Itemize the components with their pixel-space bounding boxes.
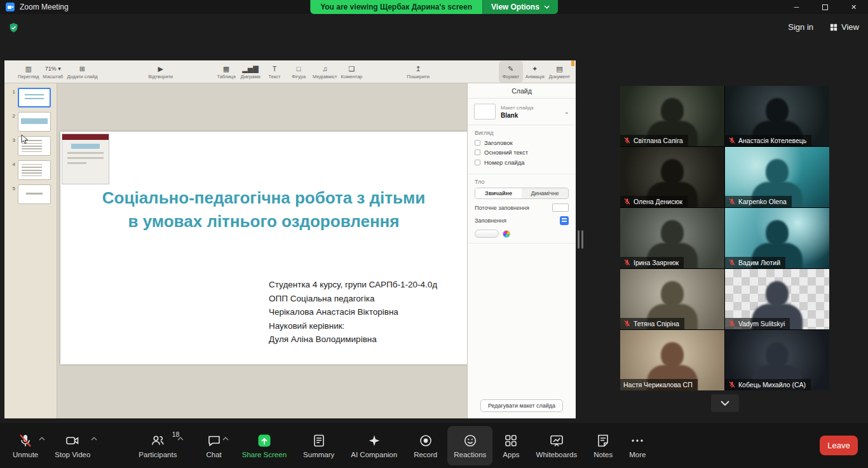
slide-thumbnail-2[interactable] bbox=[18, 112, 51, 132]
stop-video-button[interactable]: Stop Video bbox=[48, 426, 97, 465]
reactions-button[interactable]: Reactions bbox=[447, 426, 492, 465]
slide-layout-selector[interactable]: Макет слайда Blank ⌄ bbox=[468, 99, 576, 125]
checkbox[interactable] bbox=[475, 140, 480, 146]
checkbox[interactable] bbox=[475, 160, 480, 165]
sign-in-button[interactable]: Sign in bbox=[788, 22, 813, 32]
ptool-label: Перегляд bbox=[18, 74, 39, 79]
ptool-label: Формат bbox=[502, 74, 519, 79]
chevron-up-icon[interactable] bbox=[39, 432, 45, 443]
more-button[interactable]: More bbox=[623, 426, 652, 465]
section-title: Вигляд bbox=[475, 130, 569, 136]
slide-number: 1 bbox=[10, 89, 15, 95]
ptool-label: Відтворити bbox=[149, 74, 173, 79]
current-fill-label: Поточне заповнення bbox=[475, 205, 529, 211]
chat-button[interactable]: Chat bbox=[200, 426, 227, 465]
chevron-down-icon: ⌄ bbox=[564, 108, 569, 115]
chart-button[interactable]: ▂▅▇ Діаграма bbox=[238, 61, 262, 83]
screen-viewing-banner: You are viewing Щербак Дарина's screen V… bbox=[310, 0, 558, 14]
participant-tile[interactable]: Тетяна Спіріна bbox=[620, 269, 724, 329]
mic-muted-icon bbox=[623, 137, 631, 144]
maximize-button[interactable] bbox=[811, 0, 839, 14]
encryption-shield-icon[interactable] bbox=[8, 22, 19, 36]
summary-button[interactable]: Summary bbox=[297, 426, 341, 465]
slide-number: 5 bbox=[10, 186, 15, 191]
grid-view-icon bbox=[830, 24, 837, 31]
participant-name-tag: Анастасія Котелевець bbox=[725, 135, 811, 146]
tab-standard[interactable]: Звичайне bbox=[475, 188, 522, 198]
mic-muted-icon bbox=[623, 198, 631, 205]
edit-layout-button[interactable]: Редагувати макет слайда bbox=[480, 399, 563, 412]
participant-tile[interactable]: Ірина Заярнюк bbox=[620, 208, 724, 268]
meeting-control-bar: Unmute Stop Video 18 Participants Chat bbox=[0, 423, 868, 468]
chevron-up-icon[interactable] bbox=[177, 432, 184, 443]
share-screen-button[interactable]: Share Screen bbox=[236, 426, 293, 465]
view-menu-button[interactable]: ▥ Перегляд bbox=[16, 61, 41, 83]
participant-tile[interactable]: Karpenko Olena bbox=[725, 147, 829, 207]
participant-gallery: Світлана Сапіга Анастасія Котелевець Оле… bbox=[620, 86, 829, 390]
unmute-button[interactable]: Unmute bbox=[6, 426, 44, 465]
current-slide[interactable]: Соціально-педагогічна робота з дітьми в … bbox=[60, 132, 467, 364]
panel-resize-handle[interactable] bbox=[578, 230, 583, 249]
slide-thumbnail-4[interactable] bbox=[18, 160, 51, 180]
leave-button[interactable]: Leave bbox=[820, 436, 858, 455]
color-picker-icon[interactable] bbox=[503, 230, 510, 238]
participant-tile[interactable]: Анастасія Котелевець bbox=[725, 86, 829, 146]
table-button[interactable]: ▦ Таблиця bbox=[214, 61, 238, 83]
ai-companion-button[interactable]: AI Companion bbox=[344, 426, 403, 465]
participant-tile[interactable]: Олена Денисюк bbox=[620, 147, 724, 207]
smiley-icon bbox=[463, 432, 478, 449]
ptool-label: Коментар bbox=[341, 74, 363, 79]
slide-number-checkbox-row[interactable]: Номер слайда bbox=[475, 159, 569, 166]
media-button[interactable]: ♫ Медіавміст bbox=[311, 61, 339, 83]
participant-tile[interactable]: Світлана Сапіга bbox=[620, 86, 724, 146]
mic-muted-icon bbox=[728, 137, 736, 144]
zoom-meeting-window: Zoom Meeting You are viewing Щербак Дари… bbox=[0, 0, 868, 468]
participants-button[interactable]: 18 Participants bbox=[132, 426, 183, 465]
participant-name: Вадим Лютий bbox=[738, 259, 780, 266]
add-slide-button[interactable]: ⊞ Додати слайд bbox=[65, 61, 99, 83]
minimize-button[interactable]: ─ bbox=[782, 0, 811, 14]
zoom-level-button[interactable]: 71% ▾ Масштаб bbox=[41, 61, 65, 83]
color-well[interactable] bbox=[475, 230, 499, 238]
animate-button[interactable]: ✦ Анімація bbox=[523, 61, 547, 83]
slide-thumbnail-5[interactable] bbox=[18, 184, 51, 204]
view-layout-button[interactable]: View bbox=[830, 22, 859, 32]
participant-name: Олена Денисюк bbox=[634, 198, 682, 205]
whiteboards-button[interactable]: Whiteboards bbox=[530, 426, 584, 465]
button-label: More bbox=[629, 451, 646, 458]
notes-button[interactable]: Notes bbox=[587, 426, 619, 465]
participant-tile[interactable]: Vadym Sulitskyi bbox=[725, 269, 829, 329]
participant-name-tag: Кобець Михайло (СА) bbox=[725, 379, 811, 390]
checkbox[interactable] bbox=[475, 149, 480, 155]
comment-button[interactable]: ❏ Коментар bbox=[339, 61, 365, 83]
share-button[interactable]: ↥ Поширити bbox=[405, 61, 431, 83]
participant-tile[interactable]: Вадим Лютий bbox=[725, 208, 829, 268]
gallery-collapse-button[interactable] bbox=[711, 394, 739, 412]
fill-type-dropdown[interactable] bbox=[560, 216, 569, 225]
apps-button[interactable]: Apps bbox=[496, 426, 526, 465]
chevron-down-icon bbox=[544, 5, 550, 9]
close-button[interactable]: ✕ bbox=[839, 0, 868, 14]
current-fill-swatch[interactable] bbox=[552, 203, 569, 212]
ptool-label: Текст bbox=[269, 74, 281, 79]
text-button[interactable]: T Текст bbox=[262, 61, 287, 83]
button-label: Summary bbox=[303, 451, 334, 458]
ai-sparkle-icon bbox=[367, 432, 382, 449]
view-options-button[interactable]: View Options bbox=[482, 0, 558, 14]
fill-row: Заповнення bbox=[475, 216, 569, 225]
title-checkbox-row[interactable]: Заголовок bbox=[475, 139, 569, 146]
slide-thumbnail-1[interactable] bbox=[18, 88, 51, 107]
format-button[interactable]: ✎ Формат bbox=[499, 61, 523, 83]
shape-button[interactable]: □ Фігура bbox=[287, 61, 311, 83]
tab-dynamic[interactable]: Динамічне bbox=[522, 188, 568, 198]
participant-tile[interactable]: Кобець Михайло (СА) bbox=[725, 330, 829, 390]
body-text-checkbox-row[interactable]: Основний текст bbox=[475, 149, 569, 156]
play-button[interactable]: ▶ Відтворити bbox=[147, 61, 175, 83]
apps-grid-icon bbox=[503, 432, 519, 449]
record-button[interactable]: Record bbox=[407, 426, 444, 465]
chevron-up-icon[interactable] bbox=[222, 432, 229, 443]
ptool-label: Таблиця bbox=[217, 74, 235, 79]
chevron-up-icon[interactable] bbox=[91, 432, 97, 443]
document-button[interactable]: ▤ Документ bbox=[547, 61, 572, 83]
participant-tile[interactable]: Настя Черикалова СП bbox=[620, 330, 724, 390]
